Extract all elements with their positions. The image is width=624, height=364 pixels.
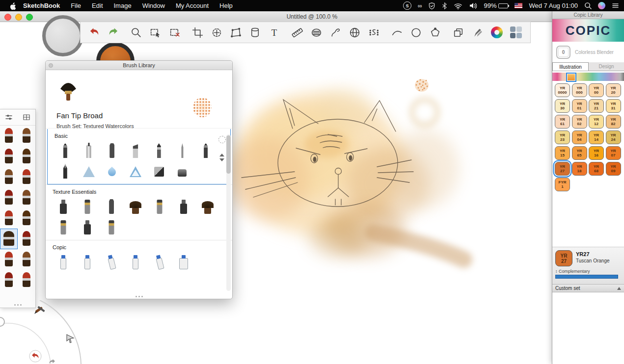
brush-item[interactable] [57,141,74,159]
copic-swatch[interactable]: YR 65 [572,146,587,160]
copic-swatch[interactable]: YR 21 [589,99,604,113]
copic-swatch[interactable]: YR 20 [606,83,621,97]
palette-brush-item[interactable] [18,146,35,167]
polygon-tool[interactable] [426,23,445,42]
select-tool[interactable] [146,23,165,42]
copic-swatch[interactable]: YR 61 [555,115,570,129]
brush-item[interactable] [199,197,216,215]
copic-swatch[interactable]: YR 30 [555,99,570,113]
copic-swatch[interactable]: YR 82 [606,115,621,129]
zoom-window-button[interactable] [26,14,33,21]
copic-library-button[interactable] [506,23,525,42]
copic-swatch[interactable]: YR 0000 [555,83,570,97]
palette-brush-item[interactable] [18,126,35,146]
shield-check-icon[interactable] [428,2,435,10]
steady-stroke-tool[interactable] [387,23,407,42]
palette-brush-item[interactable] [18,229,35,249]
copic-swatch[interactable]: YR 14 [589,130,604,144]
menu-item[interactable]: My Account [176,2,209,9]
copic-swatch[interactable]: YR 02 [572,115,587,129]
brush-item[interactable] [104,161,120,180]
brush-item[interactable] [175,197,192,215]
spotlight-icon[interactable] [584,2,592,9]
palette-brush-item[interactable] [18,208,35,229]
undo-button[interactable] [84,23,104,42]
wifi-icon[interactable] [454,2,462,9]
zoom-tool[interactable] [127,23,146,42]
fill-tool[interactable] [245,23,265,42]
palette-brush-item[interactable] [18,249,35,270]
complementary-label[interactable]: ↕ Complementary [555,269,590,274]
brush-item[interactable] [79,217,96,236]
brush-item[interactable] [151,197,168,215]
palette-brush-item[interactable] [18,167,35,187]
copic-swatch[interactable]: YR 27 [555,162,570,176]
palette-brush-item[interactable] [0,249,18,270]
palette-brush-item[interactable] [0,229,18,249]
brush-item[interactable] [81,141,97,159]
menu-item[interactable]: Image [114,2,132,9]
perspective-tool[interactable] [345,23,364,42]
brush-item[interactable] [174,161,190,180]
ruler-tool[interactable] [288,23,307,42]
brush-item[interactable] [101,250,122,272]
brush-item[interactable] [79,197,96,215]
copic-swatch[interactable]: YR 00 [589,83,604,97]
copic-swatch[interactable]: YR 09 [606,162,621,176]
tab-illustration[interactable]: Illustration [552,62,589,71]
copic-swatch[interactable]: YR 23 [555,130,570,144]
panel-close-button[interactable] [49,63,53,68]
copic-swatch[interactable]: YR 15 [555,146,570,160]
brush-size-puck[interactable] [42,15,83,56]
copic-swatch[interactable]: YR 12 [589,115,604,129]
tab-design[interactable]: Design [589,62,624,71]
brush-item[interactable] [79,252,96,271]
text-tool[interactable]: T [265,23,284,42]
brush-item[interactable] [175,252,192,271]
cursor-icon[interactable] [66,334,76,346]
distort-tool[interactable] [226,23,245,42]
symmetry-tool[interactable] [364,23,383,42]
ellipse-guide-tool[interactable] [307,23,326,42]
copic-swatch[interactable]: YR 000 [572,83,587,97]
menu-clock[interactable]: Wed 7 Aug 01:00 [529,2,578,9]
palette-brush-item[interactable] [18,187,35,208]
copic-swatch[interactable]: YR 16 [589,146,604,160]
copic-swatch[interactable]: YR 18 [572,162,587,176]
panel-resize-grip[interactable] [46,296,232,297]
copic-swatch[interactable]: YR 07 [606,146,621,160]
brush-item[interactable] [127,252,144,271]
undo-puck-button[interactable] [28,349,42,364]
brush-item[interactable] [149,250,170,272]
selected-family-box[interactable] [566,73,576,82]
menu-item[interactable]: Edit [92,2,103,9]
brush-library-button[interactable] [468,23,487,42]
brush-item[interactable] [103,197,120,215]
siri-icon[interactable] [598,2,605,9]
deselect-tool[interactable] [165,23,184,42]
colorless-blender-row[interactable]: 0 Colorless Blender [552,42,624,62]
palette-brush-item[interactable] [0,270,18,290]
brush-item[interactable] [127,197,144,215]
copic-swatch[interactable]: YR 24 [606,130,621,144]
battery-indicator[interactable]: 99% [484,2,508,9]
palette-brush-item[interactable] [0,187,18,208]
brush-item[interactable] [55,252,72,271]
sort-toggle-icon[interactable] [219,154,225,161]
color-wheel-button[interactable] [487,23,506,42]
brush-item[interactable] [104,141,120,159]
copic-panel-title[interactable]: Copic Library [552,11,624,19]
menu-item[interactable]: Window [142,2,165,9]
redo-puck-button[interactable] [46,356,58,364]
copic-swatch[interactable]: YR 04 [572,130,587,144]
brush-item[interactable] [127,161,144,180]
brush-item[interactable] [81,161,97,180]
app-menu-sketchbook[interactable]: SketchBook [23,2,60,9]
copic-swatch[interactable]: FYR 1 [555,178,570,191]
crop-tool[interactable] [188,23,207,42]
input-language-flag-icon[interactable] [515,3,522,8]
french-curve-tool[interactable] [326,23,345,42]
scrollbar-thumb[interactable] [226,135,231,174]
color-family-strip[interactable] [552,73,624,81]
current-color-swatch[interactable]: YR 27 [555,250,572,266]
